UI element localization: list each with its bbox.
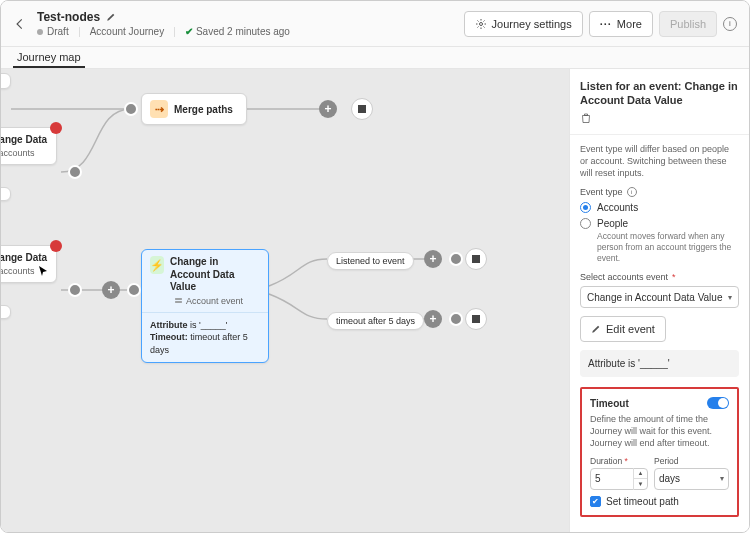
edit-event-button[interactable]: Edit event [580, 316, 666, 342]
end-node[interactable] [465, 308, 487, 330]
node-change-data-2[interactable]: Change Data on accounts [1, 245, 57, 283]
node-title: Change in Account Data Value [170, 256, 260, 294]
event-type-label: Event type i [580, 187, 739, 197]
properties-panel: Listen for an event: Change in Account D… [569, 69, 749, 532]
node-port[interactable] [124, 102, 138, 116]
add-node-button[interactable]: + [424, 310, 442, 328]
journey-canvas[interactable]: ⇢Merge paths + Change Data on accounts C… [1, 69, 569, 532]
bolt-icon: ⚡ [150, 256, 164, 274]
branch-pill-timeout[interactable]: timeout after 5 days [327, 312, 424, 330]
node-port[interactable] [449, 252, 463, 266]
end-node[interactable] [465, 248, 487, 270]
node-port[interactable] [68, 165, 82, 179]
people-option-desc: Account moves forward when any person fr… [597, 231, 739, 264]
node-title: Merge paths [174, 104, 233, 115]
attribute-summary-box: Attribute is '_____' [580, 350, 739, 377]
pencil-icon[interactable] [106, 12, 116, 22]
panel-title: Listen for an event: Change in Account D… [580, 79, 739, 108]
chevron-down-icon: ▾ [720, 474, 724, 483]
radio-accounts[interactable]: Accounts [580, 202, 739, 213]
status-draft: Draft [37, 26, 69, 37]
svg-point-0 [479, 22, 482, 25]
branch-pill-listened[interactable]: Listened to event [327, 252, 414, 270]
error-badge [50, 122, 62, 134]
trash-icon[interactable] [580, 112, 592, 124]
select-accounts-event[interactable]: Change in Account Data Value▾ [580, 286, 739, 308]
timeout-desc: Define the amount of time the Journey wi… [590, 413, 729, 449]
publish-button[interactable]: Publish [659, 11, 717, 37]
node-change-account-data[interactable]: ⚡ Change in Account Data Value Account e… [141, 249, 269, 363]
timeout-toggle[interactable] [707, 397, 729, 409]
radio-people[interactable]: People [580, 218, 739, 229]
panel-help-text: Event type will differ based on people o… [580, 143, 739, 179]
node-merge-paths[interactable]: ⇢Merge paths [141, 93, 247, 125]
account-icon [174, 296, 183, 305]
pencil-icon [591, 324, 601, 334]
set-timeout-path-checkbox[interactable]: ✔Set timeout path [590, 496, 729, 507]
journey-title: Test-nodes [37, 10, 100, 24]
node-port[interactable] [449, 312, 463, 326]
node-fragment[interactable] [1, 305, 11, 319]
node-port[interactable] [127, 283, 141, 297]
back-icon[interactable] [13, 17, 27, 31]
node-port[interactable] [68, 283, 82, 297]
cursor-icon [37, 265, 49, 277]
gear-icon [475, 18, 487, 30]
node-fragment-top[interactable] [1, 73, 11, 89]
error-badge [50, 240, 62, 252]
period-select[interactable]: days▾ [654, 468, 729, 490]
info-icon[interactable]: i [627, 187, 637, 197]
saved-status: ✔ Saved 2 minutes ago [185, 26, 290, 37]
end-node[interactable] [351, 98, 373, 120]
merge-icon: ⇢ [150, 100, 168, 118]
dots-icon: ··· [600, 18, 612, 30]
info-icon[interactable]: i [723, 17, 737, 31]
svg-rect-2 [175, 301, 182, 303]
journey-settings-button[interactable]: Journey settings [464, 11, 583, 37]
chevron-down-icon: ▾ [728, 293, 732, 302]
timeout-title: Timeout [590, 398, 629, 409]
node-fragment[interactable] [1, 187, 11, 201]
add-node-button[interactable]: + [102, 281, 120, 299]
duration-stepper[interactable]: ▲▼ [633, 468, 647, 490]
add-node-button[interactable]: + [424, 250, 442, 268]
timeout-section: Timeout Define the amount of time the Jo… [580, 387, 739, 516]
more-button[interactable]: ··· More [589, 11, 653, 37]
node-tag: Account event [186, 296, 243, 306]
journey-type: Account Journey [90, 26, 165, 37]
duration-input[interactable]: 5 ▲▼ [590, 468, 648, 490]
tab-journey-map[interactable]: Journey map [13, 47, 85, 68]
node-change-data-1[interactable]: Change Data on accounts [1, 127, 57, 165]
add-node-button[interactable]: + [319, 100, 337, 118]
select-event-label: Select accounts event * [580, 272, 739, 282]
svg-rect-1 [175, 298, 182, 300]
period-label: Period [654, 456, 729, 466]
duration-label: Duration * [590, 456, 648, 466]
